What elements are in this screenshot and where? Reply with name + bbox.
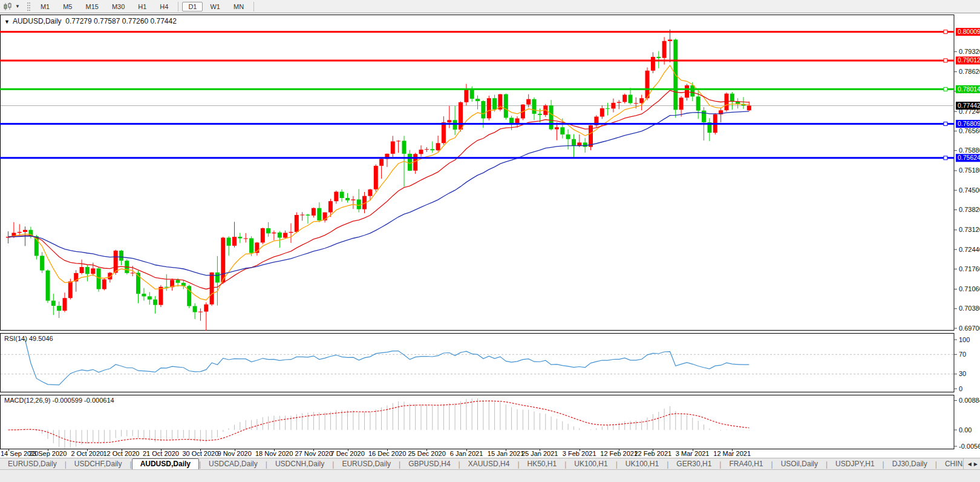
chart-tab-uk100-h1[interactable]: UK100,H1 xyxy=(566,459,615,469)
candle-body xyxy=(119,251,123,261)
price-badge-label: 0.79012 xyxy=(958,56,980,64)
date-label: 3 Mar 2021 xyxy=(676,450,710,457)
line-handle[interactable] xyxy=(944,156,947,160)
quote-low: 0.77260 xyxy=(122,17,148,25)
chart-tab-ger30-h1[interactable]: GER30,H1 xyxy=(668,459,719,469)
rsi-canvas[interactable]: 10070300 xyxy=(0,333,980,392)
candle-body xyxy=(232,237,237,246)
chart-tab-dj30-daily[interactable]: DJ30,Daily xyxy=(884,459,935,469)
tab-scroll-right-icon[interactable]: ▶ xyxy=(974,461,978,468)
chart-tab-eurusd-daily[interactable]: EURUSD,Daily xyxy=(334,459,399,469)
date-label: 22 Feb 2021 xyxy=(634,450,671,457)
rsi-tick-label: 30 xyxy=(959,370,966,377)
chart-tab-usdjpy-h1[interactable]: USDJPY,H1 xyxy=(828,459,882,469)
time-axis[interactable]: 14 Sep 202023 Sep 20202 Oct 202012 Oct 2… xyxy=(0,449,980,458)
chart-tab-bar: EURUSD,Daily|USDCHF,Daily|AUDUSD,Daily|U… xyxy=(0,458,980,469)
price-badge-label: 0.76809 xyxy=(958,120,980,127)
y-tick-label: 0.73120 xyxy=(959,226,980,233)
rsi-tick-label: 70 xyxy=(959,351,966,358)
chart-tab-audusd-daily[interactable]: AUDUSD,Daily xyxy=(132,458,199,470)
date-label: 21 Oct 2020 xyxy=(143,450,179,457)
chart-tab-usdcad-daily[interactable]: USDCAD,Daily xyxy=(201,459,266,469)
candle-body xyxy=(244,239,248,239)
timeframe-button-H1[interactable]: H1 xyxy=(132,2,152,12)
candle-body xyxy=(504,94,508,118)
line-handle[interactable] xyxy=(944,122,947,126)
candle-body xyxy=(131,273,135,274)
candle-body xyxy=(374,166,378,190)
candle-body xyxy=(114,251,118,273)
chart-tab-uk100-h1[interactable]: UK100,H1 xyxy=(618,459,667,469)
timeframe-button-W1[interactable]: W1 xyxy=(204,2,226,12)
candle-body xyxy=(651,57,655,71)
candle-body xyxy=(425,149,429,150)
candle-body xyxy=(272,233,276,233)
candle-body xyxy=(289,232,293,233)
macd-panel: 0.008840.00-0.00565 MACD(12,26,9) -0.000… xyxy=(0,395,980,449)
candle-body xyxy=(430,149,434,150)
candle-body xyxy=(204,305,208,312)
timeframe-button-M30[interactable]: M30 xyxy=(106,2,131,12)
candle-body xyxy=(158,287,163,305)
rsi-label: RSI(14) 49.5046 xyxy=(4,335,53,342)
candle-body xyxy=(68,282,73,299)
chart-tab-gbpusd-h4[interactable]: GBPUSD,H4 xyxy=(400,459,458,469)
rsi-panel: 10070300 RSI(14) 49.5046 xyxy=(0,333,980,392)
toolbar-grip[interactable] xyxy=(27,2,30,11)
timeframe-button-D1[interactable]: D1 xyxy=(182,2,203,12)
candle-body xyxy=(357,199,361,209)
candle-body xyxy=(317,208,321,220)
chart-tabs: EURUSD,Daily|USDCHF,Daily|AUDUSD,Daily|U… xyxy=(0,458,963,470)
chart-tab-hk50-h1[interactable]: HK50,H1 xyxy=(520,459,565,469)
candle-body xyxy=(639,98,644,103)
chart-tab-usdcnh-daily[interactable]: USDCNH,Daily xyxy=(267,459,332,469)
macd-tick-label: 0.00884 xyxy=(959,397,980,404)
tab-scroll-left-icon[interactable]: ◀ xyxy=(968,461,972,468)
chart-tab-usoil-daily[interactable]: USOil,Daily xyxy=(773,459,826,469)
date-label: 9 Nov 2020 xyxy=(218,450,252,457)
candle-body xyxy=(215,272,220,283)
macd-border xyxy=(1,395,955,449)
timeframe-button-MN[interactable]: MN xyxy=(227,2,250,12)
date-label: 25 Dec 2020 xyxy=(408,450,445,457)
candle-body xyxy=(97,268,101,289)
candle-body xyxy=(532,99,537,114)
candle-body xyxy=(193,306,197,312)
chart-tab-china300-h1[interactable]: CHINA300,H1 xyxy=(937,459,963,469)
price-chart-canvas[interactable]: 0.793200.786200.779400.772400.765600.758… xyxy=(0,15,980,331)
candle-body xyxy=(679,97,684,110)
toolbar-divider xyxy=(253,2,254,12)
chart-type-button[interactable]: ▼ xyxy=(0,0,24,13)
candle-body xyxy=(57,306,61,311)
candlestick-chart-icon xyxy=(4,2,13,11)
candle-body xyxy=(238,237,242,238)
timeframe-button-M15[interactable]: M15 xyxy=(79,2,104,12)
y-tick-label: 0.70380 xyxy=(959,305,980,312)
candle-body xyxy=(526,99,531,105)
candle-body xyxy=(696,96,701,110)
y-tick-label: 0.72440 xyxy=(959,246,980,253)
price-badge-label: 0.78014 xyxy=(958,85,980,93)
timeframe-button-M5[interactable]: M5 xyxy=(57,2,78,12)
candle-body xyxy=(622,95,627,102)
chart-border xyxy=(1,15,955,331)
y-tick-label: 0.76560 xyxy=(959,127,980,134)
macd-canvas[interactable]: 0.008840.00-0.00565 xyxy=(0,395,980,449)
chart-tab-usdchf-daily[interactable]: USDCHF,Daily xyxy=(67,459,130,469)
chart-tab-fra40-h1[interactable]: FRA40,H1 xyxy=(721,459,771,469)
candle-body xyxy=(447,120,451,122)
line-handle[interactable] xyxy=(944,30,947,34)
y-tick-label: 0.73820 xyxy=(959,206,980,213)
candle-body xyxy=(18,232,22,233)
line-handle[interactable] xyxy=(944,59,947,62)
line-handle[interactable] xyxy=(944,87,947,91)
chart-tab-eurusd-daily[interactable]: EURUSD,Daily xyxy=(0,459,65,469)
timeframe-button-M1[interactable]: M1 xyxy=(34,2,56,12)
chart-tab-xauusd-h4[interactable]: XAUUSD,H4 xyxy=(460,459,518,469)
symbol-dropdown-icon: ▼ xyxy=(4,19,10,25)
rsi-tick-label: 100 xyxy=(959,336,970,343)
candle-body xyxy=(221,238,225,283)
timeframe-button-H4[interactable]: H4 xyxy=(154,2,174,12)
price-badge-label: 0.75624 xyxy=(958,154,980,161)
candle-body xyxy=(227,238,231,246)
